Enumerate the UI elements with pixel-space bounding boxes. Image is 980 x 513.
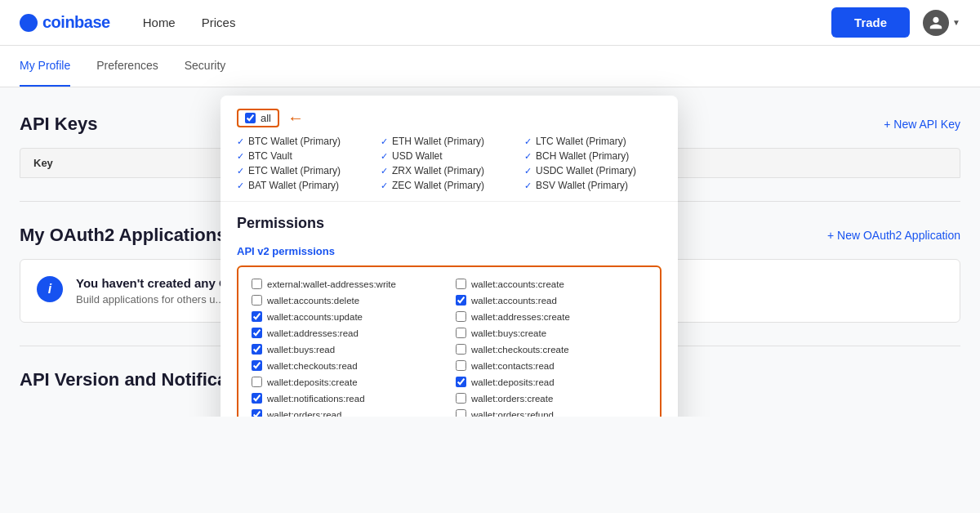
wallet-item: ✓BTC Wallet (Primary) xyxy=(237,136,374,147)
perm-item: wallet:accounts:delete xyxy=(252,293,443,307)
new-api-key-button[interactable]: + New API Key xyxy=(884,118,960,131)
all-checkbox[interactable] xyxy=(245,113,256,123)
perm-label: wallet:accounts:read xyxy=(471,296,557,306)
sub-nav-security[interactable]: Security xyxy=(185,46,226,87)
perm-label: wallet:orders:create xyxy=(471,394,553,404)
perm-label: wallet:addresses:read xyxy=(267,328,359,338)
logo[interactable]: coinbase xyxy=(20,13,110,32)
perm-label: wallet:buys:read xyxy=(267,345,335,355)
perm-label: wallet:orders:read xyxy=(267,410,341,417)
modal-wallet-section: all ← ✓BTC Wallet (Primary)✓ETH Wallet (… xyxy=(220,96,678,202)
sub-nav-my-profile[interactable]: My Profile xyxy=(20,46,70,87)
perms-grid: external:wallet-addresses:writewallet:ac… xyxy=(252,277,647,417)
perm-checkbox[interactable] xyxy=(252,344,262,355)
modal-permissions-section: Permissions API v2 permissions external:… xyxy=(220,202,678,417)
all-label: all xyxy=(261,112,271,124)
wallet-label: ETH Wallet (Primary) xyxy=(392,136,484,147)
perm-checkbox[interactable] xyxy=(456,393,466,404)
all-checkbox-wrap: all xyxy=(237,109,279,127)
perm-checkbox[interactable] xyxy=(252,377,262,387)
perm-checkbox[interactable] xyxy=(456,311,466,322)
check-icon: ✓ xyxy=(237,136,244,147)
perm-checkbox[interactable] xyxy=(456,344,466,355)
wallet-item: ✓LTC Wallet (Primary) xyxy=(524,136,662,147)
perm-label: wallet:notifications:read xyxy=(267,394,365,404)
perm-item: wallet:addresses:read xyxy=(252,326,443,340)
check-icon: ✓ xyxy=(381,181,388,191)
wallet-item: ✓USDC Wallet (Primary) xyxy=(524,165,662,176)
wallet-item: ✓BAT Wallet (Primary) xyxy=(237,180,374,191)
sub-nav-preferences[interactable]: Preferences xyxy=(96,46,158,87)
perm-checkbox[interactable] xyxy=(456,328,466,338)
perm-item: wallet:accounts:create xyxy=(456,277,647,291)
wallet-item: ✓ZEC Wallet (Primary) xyxy=(381,180,518,191)
perm-checkbox[interactable] xyxy=(456,279,466,289)
perm-item: external:wallet-addresses:write xyxy=(252,277,443,291)
wallet-label: ZEC Wallet (Primary) xyxy=(392,180,484,191)
check-icon: ✓ xyxy=(524,181,532,191)
oauth-title: My OAuth2 Applications xyxy=(20,225,226,246)
check-icon: ✓ xyxy=(381,151,388,162)
perm-checkbox[interactable] xyxy=(456,295,466,306)
wallet-label: BAT Wallet (Primary) xyxy=(248,180,339,191)
perm-item: wallet:accounts:read xyxy=(456,293,647,307)
wallet-label: BTC Vault xyxy=(248,150,292,162)
perm-item: wallet:notifications:read xyxy=(252,391,443,405)
wallet-label: BCH Wallet (Primary) xyxy=(536,150,629,162)
check-icon: ✓ xyxy=(237,181,244,191)
wallet-label: LTC Wallet (Primary) xyxy=(536,136,626,147)
perm-checkbox[interactable] xyxy=(252,328,262,338)
perm-checkbox[interactable] xyxy=(252,393,262,404)
nav-home[interactable]: Home xyxy=(143,12,176,33)
wallet-grid: ✓BTC Wallet (Primary)✓ETH Wallet (Primar… xyxy=(237,136,662,191)
perm-label: wallet:deposits:read xyxy=(471,377,555,387)
perm-label: wallet:orders:refund xyxy=(471,410,554,417)
perm-checkbox[interactable] xyxy=(456,360,466,371)
check-icon: ✓ xyxy=(237,151,244,162)
perm-label: external:wallet-addresses:write xyxy=(267,279,396,289)
wallet-item: ✓ETC Wallet (Primary) xyxy=(237,165,374,176)
info-icon: i xyxy=(37,276,63,302)
perm-item: wallet:orders:refund xyxy=(456,408,647,417)
sub-nav: My Profile Preferences Security xyxy=(0,46,980,87)
perm-item: wallet:checkouts:create xyxy=(456,342,647,356)
main-content: API Keys + New API Key Key Ac My OAuth2 … xyxy=(0,87,980,417)
nav-prices[interactable]: Prices xyxy=(202,12,236,33)
check-icon: ✓ xyxy=(237,166,244,176)
perm-item: wallet:deposits:create xyxy=(252,375,443,389)
wallet-item: ✓BTC Vault xyxy=(237,150,374,162)
perm-checkbox[interactable] xyxy=(252,409,262,417)
perm-item: wallet:contacts:read xyxy=(456,359,647,372)
perm-label: wallet:accounts:delete xyxy=(267,296,359,306)
perm-checkbox[interactable] xyxy=(456,409,466,417)
perm-checkbox[interactable] xyxy=(252,360,262,371)
perm-label: wallet:contacts:read xyxy=(471,361,555,371)
avatar-area[interactable]: ▼ xyxy=(923,10,960,36)
wallet-item: ✓BSV Wallet (Primary) xyxy=(524,180,662,191)
check-icon: ✓ xyxy=(381,136,388,147)
perm-label: wallet:checkouts:create xyxy=(471,345,569,355)
api-v2-label: API v2 permissions xyxy=(237,245,662,257)
check-icon: ✓ xyxy=(524,151,532,162)
wallet-item: ✓USD Wallet xyxy=(381,150,518,162)
check-icon: ✓ xyxy=(524,136,532,147)
perm-checkbox[interactable] xyxy=(252,311,262,322)
perm-checkbox[interactable] xyxy=(456,377,466,387)
perm-label: wallet:checkouts:read xyxy=(267,361,358,371)
new-oauth-button[interactable]: + New OAuth2 Application xyxy=(827,229,960,242)
perm-item: wallet:buys:read xyxy=(252,342,443,356)
trade-button[interactable]: Trade xyxy=(831,7,910,38)
modal-wrapper: all ← ✓BTC Wallet (Primary)✓ETH Wallet (… xyxy=(220,87,678,417)
chevron-down-icon: ▼ xyxy=(952,18,960,27)
perm-item: wallet:deposits:read xyxy=(456,375,647,389)
perm-checkbox[interactable] xyxy=(252,279,262,289)
wallet-top: all ← xyxy=(237,109,662,127)
permissions-title: Permissions xyxy=(237,215,662,232)
perm-label: wallet:addresses:create xyxy=(471,312,570,322)
wallet-label: BSV Wallet (Primary) xyxy=(536,180,628,191)
header: coinbase Home Prices Trade ▼ xyxy=(0,0,980,46)
perm-item: wallet:accounts:update xyxy=(252,310,443,323)
modal: all ← ✓BTC Wallet (Primary)✓ETH Wallet (… xyxy=(220,96,678,417)
perm-label: wallet:accounts:create xyxy=(471,279,564,289)
perm-checkbox[interactable] xyxy=(252,295,262,306)
